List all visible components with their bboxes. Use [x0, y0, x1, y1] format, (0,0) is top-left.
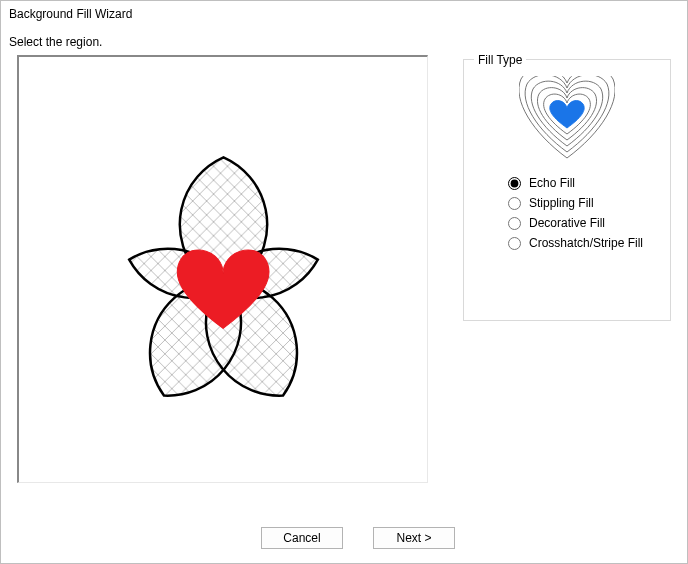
next-button[interactable]: Next >: [373, 527, 455, 549]
wizard-button-bar: Cancel Next >: [29, 515, 687, 563]
fill-type-options: Echo Fill Stippling Fill Decorative Fill…: [508, 176, 658, 250]
window-title: Background Fill Wizard: [1, 1, 687, 25]
wizard-window: Background Fill Wizard Select the region…: [0, 0, 688, 564]
radio-crosshatch-fill-input[interactable]: [508, 237, 521, 250]
fill-type-thumbnail: [519, 76, 615, 162]
fill-type-legend: Fill Type: [474, 53, 526, 67]
fill-type-group: Fill Type Echo Fill Stippling Fill: [463, 59, 671, 321]
instruction-text: Select the region.: [1, 25, 687, 51]
radio-crosshatch-fill[interactable]: Crosshatch/Stripe Fill: [508, 236, 658, 250]
preview-canvas: [19, 57, 427, 482]
radio-decorative-fill-input[interactable]: [508, 217, 521, 230]
radio-echo-fill-label: Echo Fill: [529, 176, 575, 190]
cancel-button[interactable]: Cancel: [261, 527, 343, 549]
radio-stippling-fill-label: Stippling Fill: [529, 196, 594, 210]
region-preview[interactable]: [17, 55, 428, 483]
radio-stippling-fill-input[interactable]: [508, 197, 521, 210]
radio-stippling-fill[interactable]: Stippling Fill: [508, 196, 658, 210]
radio-echo-fill-input[interactable]: [508, 177, 521, 190]
radio-crosshatch-fill-label: Crosshatch/Stripe Fill: [529, 236, 643, 250]
preview-wrap: [9, 55, 430, 515]
radio-decorative-fill[interactable]: Decorative Fill: [508, 216, 658, 230]
radio-decorative-fill-label: Decorative Fill: [529, 216, 605, 230]
radio-echo-fill[interactable]: Echo Fill: [508, 176, 658, 190]
